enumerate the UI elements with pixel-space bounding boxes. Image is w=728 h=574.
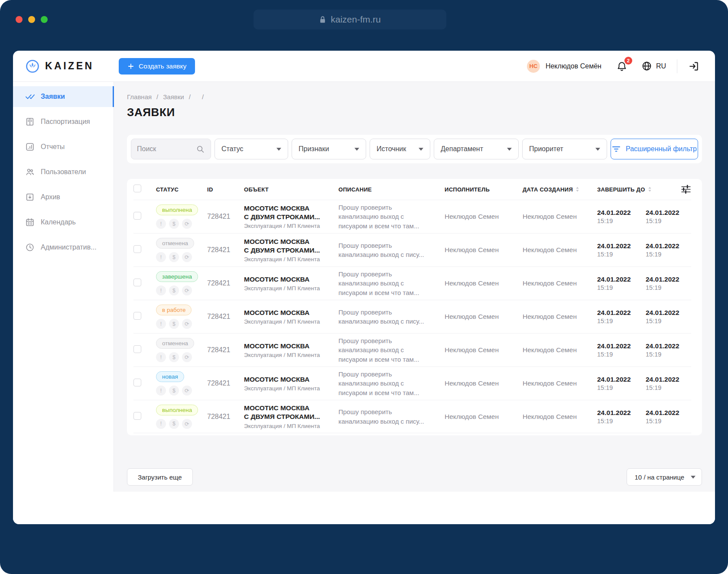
breadcrumb-separator: / [202,93,204,101]
avatar[interactable]: НС [527,60,540,73]
column-header-object: ОБЪЕКТ [240,186,335,193]
clock-icon [25,243,35,252]
source-filter-dropdown[interactable]: Источник [370,139,430,159]
window-bottom-spacer [13,492,715,524]
dollar-icon: $ [169,386,179,396]
request-description: Прошу проверить канализацию выход с пису… [335,308,441,326]
status-badge: отменена [156,338,194,349]
status-filter-dropdown[interactable]: Статус [214,139,288,159]
sidebar-item-administrative[interactable]: Административ... [13,237,114,258]
language-switcher[interactable]: RU [641,61,666,71]
row-checkbox[interactable] [133,379,141,386]
load-more-button[interactable]: Загрузить еще [127,468,193,486]
sidebar-item-passportization[interactable]: Паспортизация [13,111,114,132]
row-checkbox[interactable] [133,212,141,220]
user-name[interactable]: Неклюдов Семён [546,62,601,70]
calendar-icon [25,217,35,227]
column-settings-button[interactable] [642,184,691,195]
breadcrumb-home[interactable]: Главная [127,93,152,101]
author-name: Неклюдов Семен [519,246,594,254]
search-box [131,139,211,159]
created-date: 24.01.202215:19 [594,409,642,425]
priority-filter-dropdown[interactable]: Приоритет [522,139,607,159]
request-id: 728421 [204,313,240,321]
breadcrumb-separator: / [189,93,191,101]
object-title: МОСОТИС МОСКВА С ДВУМЯ СТРОКАМИ... [244,237,331,255]
table-row[interactable]: отменена ! $ ⟳ 728421 МОСОТИС МОСКВА Экс… [133,333,691,366]
double-check-icon [25,92,35,101]
dollar-icon: $ [169,219,179,229]
table-row[interactable]: завершена ! $ ⟳ 728421 МОСОТИС МОСКВА Эк… [133,266,691,300]
sidebar-item-requests[interactable]: Заявки [13,86,114,107]
table-row[interactable]: в работе ! $ ⟳ 728421 МОСОТИС МОСКВА Экс… [133,300,691,333]
per-page-dropdown[interactable]: 10 / на странице [627,468,702,486]
row-checkbox[interactable] [133,312,141,320]
request-id: 728421 [204,346,240,354]
row-checkbox[interactable] [133,412,141,420]
author-name: Неклюдов Семен [519,279,594,287]
url-text: kaizen-fm.ru [331,14,381,25]
row-checkbox[interactable] [133,279,141,286]
passport-document-icon [25,117,35,126]
lock-icon [319,16,326,24]
users-icon [25,167,35,177]
sidebar-item-reports[interactable]: Отчеты [13,136,114,157]
table-row[interactable]: отменена ! $ ⟳ 728421 МОСОТИС МОСКВА С Д… [133,233,691,266]
department-filter-dropdown[interactable]: Департамент [434,139,519,159]
search-input[interactable] [137,145,196,153]
table-row[interactable]: новая ! $ ⟳ 728421 МОСОТИС МОСКВА Эксплу… [133,366,691,400]
request-id: 728421 [204,379,240,387]
select-all-checkbox[interactable] [133,185,141,192]
created-date: 24.01.202215:19 [594,376,642,391]
filter-funnel-icon [612,146,621,152]
created-date: 24.01.202215:19 [594,309,642,324]
row-checkbox[interactable] [133,245,141,253]
browser-window: kaizen-fm.ru KAIZEN С [0,0,728,574]
repeat-icon: ⟳ [182,219,192,229]
features-filter-dropdown[interactable]: Признаки [292,139,366,159]
minimize-window-button[interactable] [28,16,35,23]
table-row[interactable]: выполнена ! $ ⟳ 728421 МОСОТИС МОСКВА С … [133,200,691,233]
sidebar-item-users[interactable]: Пользователи [13,162,114,182]
breadcrumb-requests[interactable]: Заявки [163,93,184,101]
exclamation-icon: ! [156,386,166,396]
sidebar-item-calendar[interactable]: Календарь [13,212,114,233]
address-bar[interactable]: kaizen-fm.ru [254,10,446,29]
maximize-window-button[interactable] [41,16,48,23]
column-header-description: ОПИСАНИЕ [335,186,441,193]
due-date: 24.01.202215:19 [642,242,691,258]
archive-box-icon [25,192,35,202]
chevron-down-icon [419,148,423,151]
object-title: МОСОТИС МОСКВА [244,308,331,317]
plus-icon [127,63,134,70]
breadcrumb: Главная / Заявки / / [127,93,702,101]
repeat-icon: ⟳ [182,285,192,295]
repeat-icon: ⟳ [182,319,192,329]
table-row[interactable]: выполнена ! $ ⟳ 728421 МОСОТИС МОСКВА С … [133,400,691,433]
search-icon [196,145,205,154]
table-header-row: СТАТУС ID ОБЪЕКТ ОПИСАНИЕ ИСПОЛНИТЕЛЬ ДА… [133,179,691,200]
filter-panel: Статус Признаки Источник [127,135,702,163]
sidebar-item-archive[interactable]: Архив [13,187,114,208]
exclamation-icon: ! [156,319,166,329]
breadcrumb-separator: / [156,93,158,101]
advanced-filter-button[interactable]: Расширенный фильтр [611,139,698,159]
status-badge: новая [156,371,184,382]
close-window-button[interactable] [16,16,23,23]
create-request-button[interactable]: Создать заявку [119,58,195,75]
column-header-due[interactable]: ЗАВЕРШИТЬ ДО [594,186,642,193]
object-subtitle: Эксплуатация / МП Клиента [244,256,335,263]
column-header-created[interactable]: ДАТА СОЗДАНИЯ [519,186,594,193]
author-name: Неклюдов Семен [519,379,594,387]
brand-name: KAIZEN [45,60,94,72]
executor-name: Неклюдов Семен [441,346,519,354]
request-description: Прошу проверить канализацию выход с пису… [335,241,441,259]
request-description: Прошу проверить канализацию выход с пису… [335,336,441,364]
logout-button[interactable] [688,61,699,72]
status-badge: в работе [156,305,192,315]
request-description: Прошу проверить канализацию выход с пису… [335,269,441,297]
notifications-button[interactable]: 2 [616,61,627,72]
author-name: Неклюдов Семен [519,413,594,421]
executor-name: Неклюдов Семен [441,379,519,387]
row-checkbox[interactable] [133,345,141,353]
